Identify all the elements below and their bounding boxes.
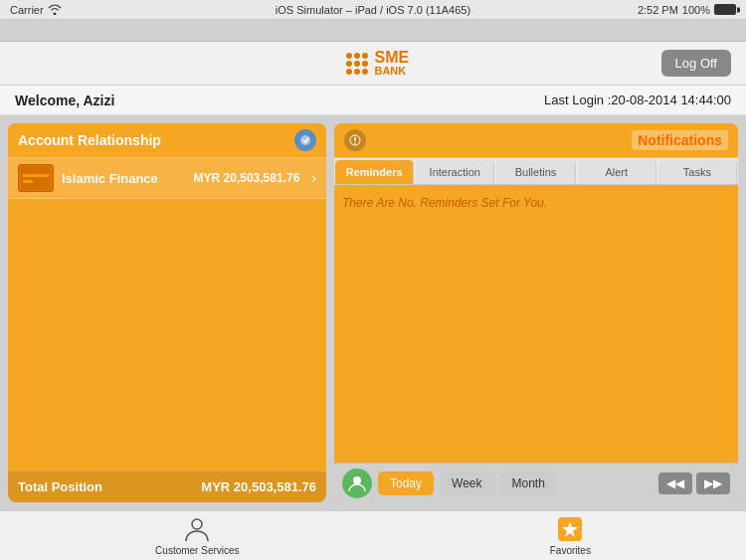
panel-header-icon [294, 129, 316, 151]
tab-reminders[interactable]: Reminders [335, 160, 414, 184]
svg-rect-3 [23, 180, 33, 183]
notification-tabs: Reminders Interaction Bulletins Alert Ta… [334, 158, 738, 185]
carrier-label: Carrier [10, 4, 44, 16]
wifi-icon [48, 3, 62, 17]
status-right: 2:52 PM 100% [638, 4, 736, 16]
favorites-icon [556, 515, 584, 543]
customer-services-icon [183, 515, 211, 543]
customer-services-label: Customer Services [155, 545, 239, 556]
favorites-label: Favorites [550, 545, 591, 556]
main-content: Account Relationship Islamic Finance MYR… [0, 115, 746, 510]
simulator-title: iOS Simulator – iPad / iOS 7.0 (11A465) [276, 4, 470, 16]
prev-arrow-button[interactable]: ◀◀ [658, 472, 692, 494]
dot [362, 61, 368, 67]
notifications-header: Notifications [334, 123, 738, 158]
tab-bulletins[interactable]: Bulletins [496, 160, 575, 184]
user-avatar-icon [342, 468, 372, 498]
chevron-right-icon: › [311, 170, 316, 186]
left-panel-footer: Total Position MYR 20,503,581.76 [8, 470, 326, 502]
notification-header-icon [344, 129, 366, 151]
status-bar: Carrier iOS Simulator – iPad / iOS 7.0 (… [0, 0, 746, 20]
no-reminders-text: There Are No. Reminders Set For You. [342, 196, 547, 210]
right-panel: Notifications Reminders Interaction Bull… [334, 123, 738, 502]
dot [354, 53, 360, 59]
dot [362, 69, 368, 75]
dot [346, 53, 352, 59]
left-panel: Account Relationship Islamic Finance MYR… [8, 123, 326, 502]
welcome-text: Welcome, Azizi [15, 93, 114, 108]
tab-interaction[interactable]: Interaction [416, 160, 494, 184]
last-login-text: Last Login :20-08-2014 14:44:00 [544, 93, 731, 107]
svg-marker-9 [562, 522, 578, 537]
sme-logo: SME BANK [346, 50, 409, 77]
dot [362, 53, 368, 59]
right-panel-footer: Today Week Month ◀◀ ▶▶ [334, 463, 738, 502]
account-name: Islamic Finance [62, 171, 186, 186]
dot [354, 61, 360, 67]
logoff-button[interactable]: Log Off [661, 50, 731, 77]
left-panel-title: Account Relationship [18, 132, 161, 148]
dot [346, 61, 352, 67]
tab-alert[interactable]: Alert [578, 160, 656, 184]
bottom-tab-bar: Customer Services Favorites [0, 510, 746, 560]
svg-point-6 [354, 142, 356, 144]
app-header: SME BANK Log Off [0, 42, 746, 86]
bottom-tab-favorites[interactable]: Favorites [550, 515, 591, 556]
battery-icon [714, 4, 736, 15]
nav-arrows: ◀◀ ▶▶ [658, 472, 730, 494]
svg-point-8 [192, 519, 202, 529]
dot [346, 69, 352, 75]
title-bar [0, 20, 746, 42]
dot [354, 69, 360, 75]
logo-dots [346, 53, 368, 75]
logo-text: SME BANK [374, 50, 409, 77]
today-button[interactable]: Today [378, 471, 434, 495]
left-panel-body [8, 199, 326, 470]
bottom-tab-customer-services[interactable]: Customer Services [155, 515, 239, 556]
battery-label: 100% [682, 4, 710, 16]
svg-point-0 [300, 135, 310, 145]
account-amount: MYR 20,503,581.76 [194, 171, 300, 185]
welcome-bar: Welcome, Azizi Last Login :20-08-2014 14… [0, 86, 746, 115]
total-position-label: Total Position [18, 479, 102, 494]
account-relationship-header: Account Relationship [8, 123, 326, 158]
tab-tasks[interactable]: Tasks [658, 160, 737, 184]
total-position-amount: MYR 20,503,581.76 [201, 479, 316, 494]
svg-rect-2 [23, 174, 49, 177]
week-button[interactable]: Week [440, 471, 493, 495]
month-button[interactable]: Month [500, 471, 557, 495]
svg-point-7 [353, 476, 361, 484]
notifications-title: Notifications [632, 130, 728, 150]
reminder-content: There Are No. Reminders Set For You. [334, 185, 738, 463]
account-row[interactable]: Islamic Finance MYR 20,503,581.76 › [8, 158, 326, 199]
time-label: 2:52 PM [638, 4, 678, 16]
right-panel-spacer [344, 129, 368, 151]
next-arrow-button[interactable]: ▶▶ [696, 472, 730, 494]
account-type-icon [18, 164, 54, 192]
svg-rect-1 [21, 166, 51, 190]
